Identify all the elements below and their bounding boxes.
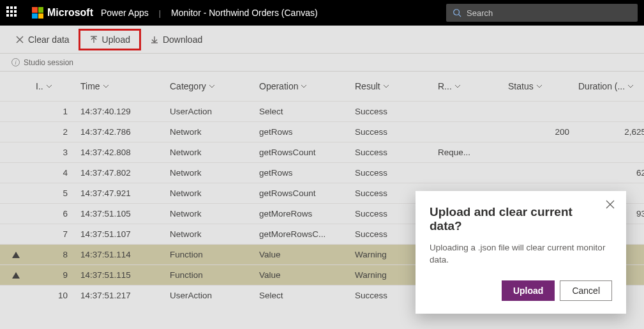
search-box[interactable] xyxy=(446,4,638,22)
app-name[interactable]: Power Apps xyxy=(101,8,149,18)
microsoft-logo-icon xyxy=(32,7,43,19)
separator: | xyxy=(159,8,161,18)
dialog-actions: Upload Cancel xyxy=(430,280,612,301)
page-title: Monitor - Northwind Orders (Canvas) xyxy=(171,8,318,18)
dialog-upload-button[interactable]: Upload xyxy=(502,280,555,301)
dialog-close-button[interactable] xyxy=(606,200,617,211)
svg-line-1 xyxy=(459,15,461,17)
upload-dialog: Upload and clear current data? Uploading… xyxy=(416,191,626,314)
svg-point-0 xyxy=(454,10,460,15)
search-input[interactable] xyxy=(467,8,631,18)
brand-label: Microsoft xyxy=(47,7,93,19)
dialog-body: Uploading a .json file will clear curren… xyxy=(430,242,612,266)
app-launcher-icon[interactable] xyxy=(6,6,19,19)
search-icon xyxy=(453,8,461,17)
close-icon xyxy=(606,200,615,209)
app-header: Microsoft Power Apps | Monitor - Northwi… xyxy=(0,0,644,26)
brand: Microsoft xyxy=(32,7,93,19)
dialog-title: Upload and clear current data? xyxy=(430,205,612,233)
dialog-cancel-button[interactable]: Cancel xyxy=(560,280,612,301)
